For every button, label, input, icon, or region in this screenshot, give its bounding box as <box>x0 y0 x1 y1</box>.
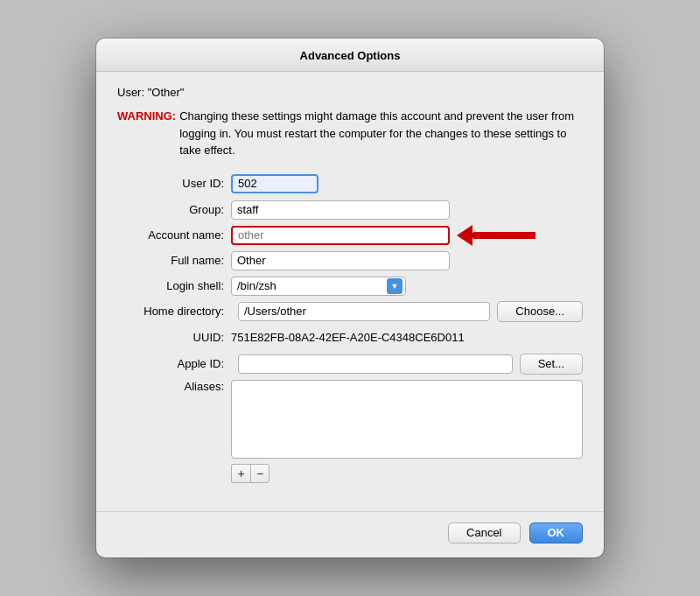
warning-text: Changing these settings might damage thi… <box>179 108 583 159</box>
login-shell-row: Login shell: /bin/zsh /bin/bash /bin/sh … <box>117 277 583 296</box>
remove-alias-button[interactable]: − <box>250 464 270 483</box>
home-directory-input[interactable] <box>238 302 490 321</box>
aliases-textarea[interactable] <box>231 380 583 459</box>
group-input[interactable] <box>231 200 450 220</box>
full-name-row: Full name: <box>117 250 583 271</box>
apple-id-row: Apple ID: Set... <box>117 354 583 375</box>
full-name-input[interactable] <box>231 251 450 270</box>
bottom-buttons: Cancel OK <box>96 511 604 557</box>
apple-id-label: Apple ID: <box>117 357 231 370</box>
warning-label: WARNING: <box>117 108 176 159</box>
user-line: User: "Other" <box>117 86 583 99</box>
home-directory-label: Home directory: <box>117 305 231 318</box>
account-name-row: Account name: <box>117 226 583 245</box>
warning-block: WARNING: Changing these settings might d… <box>117 108 583 159</box>
user-id-label: User ID: <box>117 177 231 190</box>
set-button[interactable]: Set... <box>520 354 583 375</box>
apple-id-input[interactable] <box>238 354 513 374</box>
group-row: Group: <box>117 200 583 221</box>
cancel-button[interactable]: Cancel <box>448 522 520 543</box>
choose-button[interactable]: Choose... <box>497 301 583 322</box>
full-name-label: Full name: <box>117 254 231 267</box>
account-name-label: Account name: <box>117 228 231 242</box>
red-arrow <box>457 227 536 244</box>
home-directory-row: Home directory: Choose... <box>117 301 583 322</box>
arrow-head <box>457 225 472 246</box>
group-label: Group: <box>117 203 231 216</box>
account-name-input[interactable] <box>231 226 450 245</box>
ok-button[interactable]: OK <box>529 522 584 543</box>
arrow-annotation <box>457 227 536 244</box>
uuid-label: UUID: <box>117 331 231 344</box>
uuid-value: 751E82FB-08A2-42EF-A20E-C4348CE6D011 <box>231 331 465 344</box>
add-remove-row: + − <box>117 464 583 483</box>
user-id-input[interactable] <box>231 174 318 193</box>
aliases-row: Aliases: <box>117 380 583 459</box>
advanced-options-dialog: Advanced Options User: "Other" WARNING: … <box>96 39 604 557</box>
arrow-shaft <box>472 232 536 239</box>
dialog-title: Advanced Options <box>96 39 604 72</box>
shell-select-wrapper: /bin/zsh /bin/bash /bin/sh /bin/tcsh /bi… <box>231 277 406 296</box>
login-shell-label: Login shell: <box>117 279 231 292</box>
uuid-row: UUID: 751E82FB-08A2-42EF-A20E-C4348CE6D0… <box>117 327 583 348</box>
login-shell-select[interactable]: /bin/zsh /bin/bash /bin/sh /bin/tcsh /bi… <box>231 277 406 296</box>
user-id-row: User ID: <box>117 173 583 194</box>
add-alias-button[interactable]: + <box>231 464 250 483</box>
aliases-label: Aliases: <box>117 380 231 393</box>
